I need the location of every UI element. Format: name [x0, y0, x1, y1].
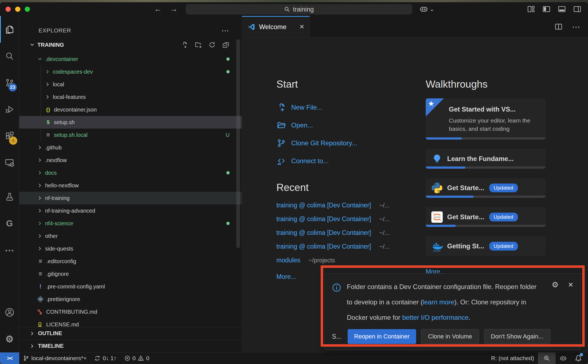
sidebar-scrollbar[interactable]	[236, 39, 240, 248]
workspace-section-header[interactable]: TRAINING	[19, 38, 242, 52]
recent-item[interactable]: training @ colima [Dev Container]~/...	[276, 202, 430, 215]
new-file-icon[interactable]	[181, 41, 188, 49]
tree-item-github[interactable]: .github	[19, 141, 242, 154]
io-performance-link[interactable]: better I/O performance	[402, 314, 468, 321]
learn-more-link[interactable]: learn more	[423, 298, 454, 306]
tree-item-hello-nextflow[interactable]: hello-nextflow	[19, 179, 242, 192]
forward-icon[interactable]: →	[170, 5, 178, 13]
tree-item-devcontainer[interactable]: .devcontainer	[19, 53, 242, 65]
start-new-file[interactable]: New File...	[276, 98, 430, 116]
recent-item[interactable]: training @ colima [Dev Container]~/...	[276, 215, 430, 229]
customize-layout-icon[interactable]	[527, 5, 535, 13]
zoom-window-button[interactable]	[25, 7, 30, 12]
notification-settings-gear-icon[interactable]: ⚙	[552, 280, 559, 289]
tree-item-setup-sh-local[interactable]: ≡ setup.sh.local U	[19, 129, 242, 141]
copilot-menu[interactable]: ⌄	[419, 2, 434, 16]
tree-item-contributing[interactable]: CONTRIBUTING.md	[19, 305, 242, 318]
tree-item-nf-training[interactable]: nf-training	[19, 192, 242, 204]
activity-search[interactable]	[0, 43, 19, 69]
open-folder-icon	[276, 120, 286, 130]
tree-item-other[interactable]: other	[19, 230, 242, 242]
activity-remote-explorer[interactable]	[0, 149, 19, 176]
tree-item-setup-sh[interactable]: $ setup.sh	[19, 116, 242, 129]
notification-close-icon[interactable]: ✕	[568, 281, 573, 289]
close-icon[interactable]: ✕	[300, 23, 304, 30]
command-center-search[interactable]: training	[186, 4, 412, 14]
close-window-button[interactable]	[6, 7, 11, 12]
tree-item-editorconfig[interactable]: ≡ .editorconfig	[19, 255, 242, 268]
explorer-sidebar: EXPLORER ⋯ TRAINING .devcontainer	[19, 16, 242, 352]
activity-explorer[interactable]	[0, 16, 19, 43]
activity-run-debug[interactable]	[0, 96, 19, 123]
git-branch-status[interactable]: local-devcontainers*+	[19, 352, 90, 364]
walkthrough-getting-started-docker[interactable]: docker Getting St... Updated	[426, 236, 546, 256]
explorer-more-actions-icon[interactable]: ⋯	[221, 26, 230, 35]
toggle-secondary-sidebar-icon[interactable]	[573, 5, 581, 13]
tree-item-devcontainer-json[interactable]: {} devcontainer.json	[19, 103, 242, 116]
text-file-icon: ≡	[45, 131, 52, 138]
split-editor-icon[interactable]	[554, 23, 563, 31]
outline-section[interactable]: OUTLINE	[19, 327, 242, 340]
activity-gitlens[interactable]: G	[0, 210, 19, 237]
tree-item-docs[interactable]: docs	[19, 166, 242, 179]
recent-item[interactable]: modules~/projects	[276, 257, 430, 270]
walkthrough-get-started-jupyter[interactable]: jupyter Get Starte... Updated	[426, 207, 546, 227]
problems-status[interactable]: 0 0	[120, 352, 153, 364]
git-sync-status[interactable]: 0↓ 1↑	[90, 352, 120, 364]
timeline-section[interactable]: TIMELINE	[19, 340, 242, 352]
tree-item-local-features[interactable]: local-features	[19, 91, 242, 103]
git-changes-dot	[226, 171, 230, 174]
clone-in-volume-button[interactable]: Clone in Volume	[421, 329, 479, 344]
tree-item-nf-training-advanced[interactable]: nf-training-advanced	[19, 204, 242, 217]
start-clone-repo[interactable]: Clone Git Repository...	[276, 134, 430, 152]
reopen-in-container-button[interactable]: Reopen in Container	[348, 329, 416, 344]
tree-item-nf4-science[interactable]: nf4-science	[19, 217, 242, 230]
zoom-status[interactable]	[538, 352, 556, 364]
chevron-right-icon	[37, 208, 43, 213]
back-icon[interactable]: ←	[154, 5, 162, 13]
activity-more[interactable]: ⋯	[0, 237, 19, 263]
collapse-all-icon[interactable]	[222, 41, 230, 49]
chevron-right-icon	[37, 233, 43, 239]
r-language-status[interactable]: R: (not attached)	[487, 352, 538, 364]
activity-source-control[interactable]: 23	[0, 69, 19, 96]
text-file-icon: ≡	[37, 258, 44, 265]
account-icon	[4, 307, 15, 318]
tab-welcome[interactable]: Welcome ✕	[242, 16, 310, 37]
tree-item-nextflow[interactable]: .nextflow	[19, 154, 242, 166]
tree-item-local[interactable]: local	[19, 78, 242, 91]
dont-show-again-button[interactable]: Don't Show Again...	[484, 329, 550, 344]
new-folder-icon[interactable]	[194, 41, 202, 49]
toggle-panel-icon[interactable]	[558, 5, 566, 13]
start-connect-to[interactable]: Connect to...	[276, 152, 430, 170]
tree-item-gitignore[interactable]: ≡ .gitignore	[19, 268, 242, 280]
activity-extensions[interactable]: ⚠	[0, 123, 19, 149]
recent-more-link[interactable]: More...	[276, 273, 296, 280]
tree-item-pre-commit-config[interactable]: ! .pre-commit-config.yaml	[19, 280, 242, 293]
start-open[interactable]: Open...	[276, 116, 430, 134]
activity-testing[interactable]	[0, 184, 19, 210]
remote-indicator[interactable]: ><	[0, 352, 19, 364]
walkthrough-get-started-python[interactable]: Get Starte... Updated	[426, 178, 546, 198]
walkthrough-learn-fundamentals[interactable]: Learn the Fundame...	[426, 149, 546, 169]
copilot-status[interactable]	[556, 352, 571, 364]
tree-item-license[interactable]: LICENSE.md	[19, 318, 242, 327]
toggle-primary-sidebar-icon[interactable]	[542, 5, 551, 13]
recent-item[interactable]: training @ colima [Dev Container]~/...	[276, 229, 430, 243]
copilot-icon	[419, 4, 428, 14]
tree-item-codespaces-dev[interactable]: codespaces-dev	[19, 65, 242, 78]
git-branch-icon	[23, 355, 29, 361]
activity-accounts[interactable]	[0, 299, 19, 326]
chevron-right-icon	[37, 183, 43, 188]
tree-item-prettierignore[interactable]: .prettierignore	[19, 293, 242, 305]
notifications-status[interactable]	[571, 352, 588, 364]
tree-item-side-quests[interactable]: side-quests	[19, 242, 242, 255]
walkthrough-get-started-vscode[interactable]: ★ Get Started with VS... Customize your …	[426, 98, 546, 140]
recent-item[interactable]: training @ colima [Dev Container]~/...	[276, 243, 430, 257]
editor-more-actions-icon[interactable]: ⋯	[572, 22, 580, 32]
activity-settings[interactable]: ⚙	[0, 326, 19, 352]
remote-icon: ><	[7, 355, 12, 362]
minimize-window-button[interactable]	[15, 7, 20, 12]
refresh-icon[interactable]	[208, 41, 216, 49]
search-icon	[5, 51, 15, 61]
